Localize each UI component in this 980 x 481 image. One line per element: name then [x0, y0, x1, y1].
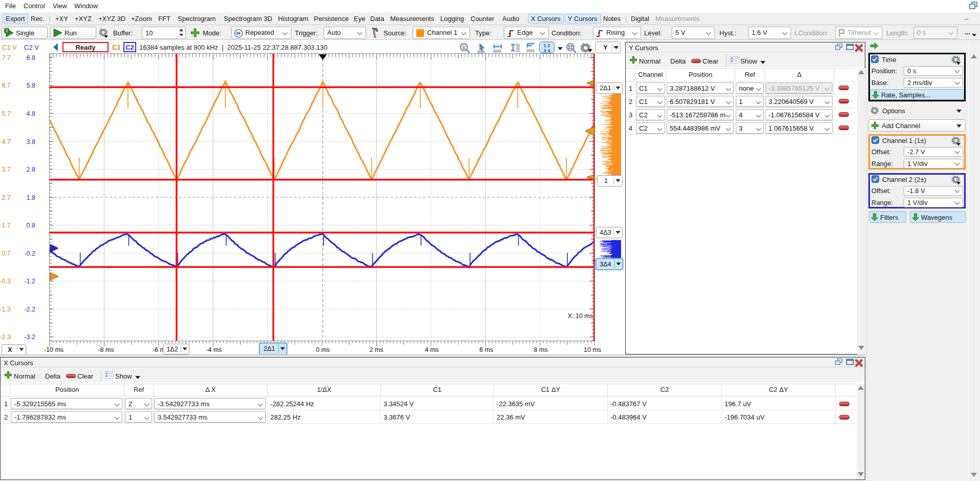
svg-text:-10 ms: -10 ms — [44, 346, 63, 353]
svg-text:2Δ1: 2Δ1 — [264, 345, 275, 352]
svg-text:2 ms: 2 ms — [369, 346, 383, 353]
svg-text:-2.2: -2.2 — [24, 306, 35, 313]
svg-text:5.8: 5.8 — [27, 82, 35, 89]
svg-text:0.8: 0.8 — [27, 222, 35, 229]
svg-text:2.7: 2.7 — [2, 194, 11, 201]
svg-text:X: 10 ms: X: 10 ms — [568, 312, 593, 320]
svg-text:6.8: 6.8 — [27, 54, 35, 61]
svg-text:4.8: 4.8 — [27, 110, 35, 117]
svg-text:1: 1 — [604, 177, 608, 184]
svg-text:1Δ2: 1Δ2 — [166, 346, 178, 353]
svg-text:6.7: 6.7 — [2, 82, 11, 89]
svg-text:1: 1 — [6, 28, 8, 33]
svg-text:7.7: 7.7 — [2, 54, 11, 61]
svg-text:2.8: 2.8 — [27, 166, 35, 173]
svg-text:4.7: 4.7 — [2, 138, 11, 145]
svg-text:8 ms: 8 ms — [534, 346, 548, 353]
svg-text:-0.3: -0.3 — [0, 278, 11, 285]
svg-text:1.7: 1.7 — [2, 222, 11, 229]
svg-text:10 ms: 10 ms — [584, 346, 601, 353]
svg-text:-1.2: -1.2 — [24, 278, 35, 285]
svg-text:-3.2: -3.2 — [24, 333, 35, 341]
svg-text:0.7: 0.7 — [2, 250, 11, 257]
svg-text:5.7: 5.7 — [2, 110, 11, 117]
svg-text:3Δ4: 3Δ4 — [600, 261, 611, 268]
svg-text:6 ms: 6 ms — [479, 346, 493, 353]
svg-text:1: 1 — [462, 45, 465, 50]
svg-text:-2.3: -2.3 — [0, 333, 11, 341]
svg-text:3.8: 3.8 — [27, 138, 35, 145]
svg-text:-1.3: -1.3 — [0, 306, 11, 313]
svg-text:1.8: 1.8 — [27, 194, 35, 201]
svg-text:3.7: 3.7 — [2, 166, 11, 173]
svg-text:-8 ms: -8 ms — [98, 346, 114, 353]
svg-text:X: X — [8, 346, 12, 353]
svg-text:-0.2: -0.2 — [24, 250, 35, 257]
svg-text:4Δ3: 4Δ3 — [600, 229, 611, 236]
svg-text:0 ms: 0 ms — [316, 346, 330, 353]
svg-text:-4 ms: -4 ms — [206, 346, 222, 353]
svg-text:4 ms: 4 ms — [425, 346, 439, 353]
svg-text:2Δ1: 2Δ1 — [600, 85, 611, 92]
